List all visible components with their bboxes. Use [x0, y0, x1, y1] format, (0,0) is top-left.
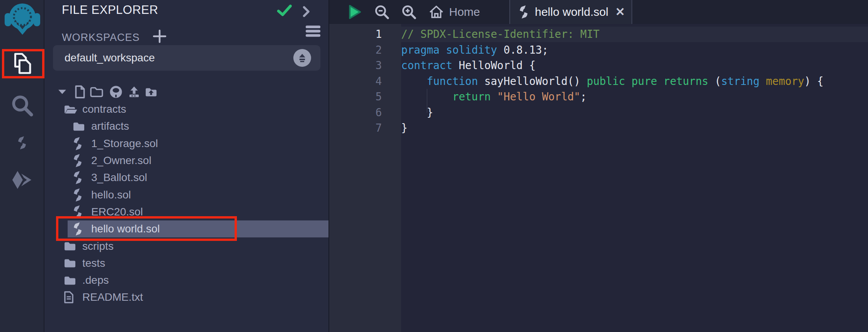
tab-hello-world-sol[interactable]: hello world.sol ✕: [509, 0, 632, 24]
tree-item-label: 3_Ballot.sol: [91, 171, 147, 184]
new-folder-icon[interactable]: [89, 86, 104, 97]
ethereum-deploy-icon: [10, 170, 34, 191]
tree-item-label: 1_Storage.sol: [91, 137, 158, 150]
tree-item-label: tests: [82, 257, 105, 269]
search-icon: [11, 94, 33, 117]
line-number: 5: [329, 89, 382, 105]
chevron-right-icon[interactable]: [303, 6, 310, 17]
sort-icon[interactable]: [293, 49, 311, 67]
code-line-4: function sayHelloWorld() public pure ret…: [401, 73, 824, 89]
home-icon: [429, 5, 444, 19]
line-number: 2: [329, 42, 382, 58]
zoom-out-button[interactable]: [371, 0, 393, 24]
solidity-icon: [73, 171, 89, 184]
tree-item--deps[interactable]: .deps: [44, 272, 328, 289]
line-number: 7: [329, 120, 382, 136]
line-numbers: 1234567: [329, 26, 382, 136]
solidity-icon: [73, 222, 89, 235]
activity-bar-item-file-explorer[interactable]: [0, 49, 44, 79]
folder-icon: [64, 258, 80, 268]
folder-icon: [64, 275, 80, 286]
folder-icon: [73, 121, 89, 132]
run-script-button[interactable]: [344, 0, 366, 24]
tab-home-label: Home: [449, 5, 480, 19]
activity-bar-item-deploy-and-run[interactable]: [0, 166, 44, 196]
files-icon: [9, 52, 35, 76]
tree-item-label: hello world.sol: [91, 223, 160, 235]
tree-item-erc20-sol[interactable]: ERC20.sol: [44, 203, 328, 220]
github-icon[interactable]: [109, 85, 123, 98]
editor-tab-bar: Home hello world.sol ✕: [329, 0, 868, 24]
remix-logo-icon[interactable]: [4, 2, 41, 35]
solidity-icon: [73, 154, 89, 167]
tree-item-1-storage-sol[interactable]: 1_Storage.sol: [44, 135, 328, 152]
file-explorer-panel: FILE EXPLORER WORKSPACES default_workspa…: [44, 0, 328, 332]
tree-item-hello-world-sol[interactable]: hello world.sol: [44, 220, 328, 237]
code-line-2: pragma solidity 0.8.13;: [401, 42, 824, 58]
tree-item-2-owner-sol[interactable]: 2_Owner.sol: [44, 152, 328, 169]
add-workspace-button[interactable]: [153, 29, 167, 43]
close-icon[interactable]: ✕: [615, 6, 625, 18]
panel-title: FILE EXPLORER: [62, 3, 158, 17]
activity-bar: [0, 0, 44, 332]
tree-item-label: hello.sol: [91, 189, 131, 201]
solidity-icon: [73, 205, 89, 219]
line-number: 6: [329, 105, 382, 120]
editor-area: Home hello world.sol ✕ 1234567 // SPDX-L…: [328, 0, 868, 332]
tree-item-label: ERC20.sol: [91, 206, 143, 218]
workspace-select-value: default_workspace: [65, 45, 155, 71]
zoom-in-icon: [402, 5, 416, 19]
tree-item-tests[interactable]: tests: [44, 255, 328, 272]
code-line-7: }: [401, 120, 824, 136]
code-line-6: }: [401, 105, 824, 120]
tree-item-contracts[interactable]: contracts: [44, 101, 328, 118]
code-content: // SPDX-License-Identifier: MITpragma so…: [401, 26, 824, 136]
remix-ide-window: FILE EXPLORER WORKSPACES default_workspa…: [0, 0, 868, 332]
code-line-5: return "Hello World";: [401, 89, 824, 105]
workspace-select[interactable]: default_workspace: [53, 45, 320, 71]
solidity-icon: [73, 137, 89, 150]
file-text-icon: [64, 291, 80, 303]
play-icon: [347, 4, 363, 20]
file-tree-toolbar: [44, 83, 328, 100]
file-tree: contractsartifacts1_Storage.sol2_Owner.s…: [44, 101, 328, 306]
zoom-out-icon: [374, 5, 389, 19]
editor-gutter: 1234567: [329, 24, 401, 332]
tree-item-artifacts[interactable]: artifacts: [44, 118, 328, 135]
workspaces-label: WORKSPACES: [62, 32, 140, 44]
tab-label: hello world.sol: [535, 5, 608, 19]
line-number: 1: [329, 26, 382, 42]
zoom-in-button[interactable]: [398, 0, 420, 24]
upload-file-icon[interactable]: [128, 86, 141, 98]
check-icon[interactable]: [277, 5, 292, 17]
caret-down-icon[interactable]: [57, 89, 67, 95]
code-editor[interactable]: 1234567 // SPDX-License-Identifier: MITp…: [329, 24, 868, 332]
upload-folder-icon[interactable]: [144, 87, 158, 97]
tree-item-readme-txt[interactable]: README.txt: [44, 289, 328, 306]
line-number: 4: [329, 73, 382, 89]
tree-item-scripts[interactable]: scripts: [44, 237, 328, 254]
folder-open-icon: [64, 104, 80, 115]
new-file-icon[interactable]: [74, 85, 86, 98]
solidity-icon: [519, 5, 529, 19]
tree-item-label: .deps: [82, 274, 109, 286]
tab-home[interactable]: Home: [429, 0, 480, 24]
tree-item-label: artifacts: [91, 120, 129, 132]
tree-item-label: contracts: [82, 103, 126, 115]
tree-item-hello-sol[interactable]: hello.sol: [44, 186, 328, 203]
code-line-1: // SPDX-License-Identifier: MIT: [401, 26, 824, 42]
tree-item-3-ballot-sol[interactable]: 3_Ballot.sol: [44, 169, 328, 186]
hamburger-menu-icon[interactable]: [306, 25, 320, 38]
folder-icon: [64, 241, 80, 251]
activity-bar-item-search[interactable]: [0, 90, 44, 120]
solidity-icon: [17, 136, 27, 149]
solidity-icon: [73, 188, 89, 202]
tree-item-label: scripts: [82, 240, 114, 252]
line-number: 3: [329, 58, 382, 73]
tree-item-label: README.txt: [82, 291, 143, 303]
activity-bar-item-solidity-compiler[interactable]: [0, 128, 44, 158]
tree-item-label: 2_Owner.sol: [91, 154, 151, 167]
code-line-3: contract HelloWorld {: [401, 58, 824, 73]
